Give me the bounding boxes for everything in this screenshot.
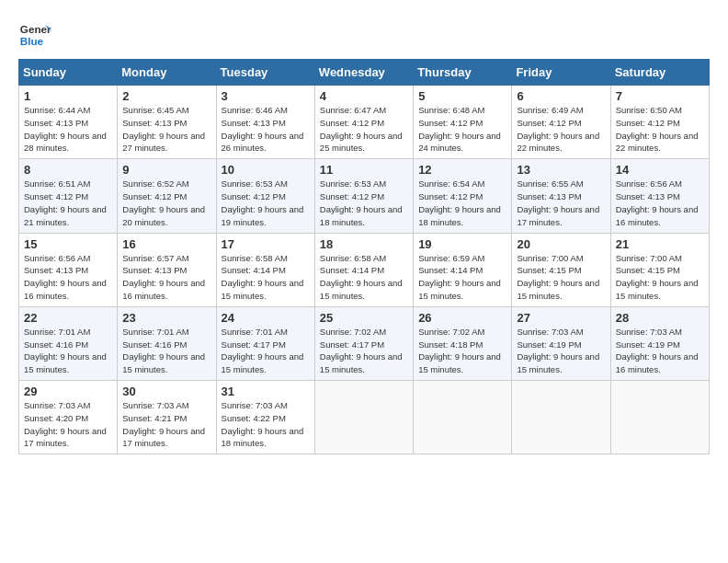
day-info: Sunrise: 6:50 AMSunset: 4:12 PMDaylight:… [616,105,699,153]
calendar-week-row: 8 Sunrise: 6:51 AMSunset: 4:12 PMDayligh… [19,159,710,233]
day-info: Sunrise: 7:00 AMSunset: 4:15 PMDaylight:… [616,253,699,301]
day-number: 19 [418,237,506,251]
calendar-cell: 25 Sunrise: 7:02 AMSunset: 4:17 PMDaylig… [314,306,413,380]
day-number: 16 [122,237,210,251]
day-info: Sunrise: 6:58 AMSunset: 4:14 PMDaylight:… [222,253,304,301]
calendar-cell: 22 Sunrise: 7:01 AMSunset: 4:16 PMDaylig… [19,306,118,380]
day-number: 24 [222,311,310,325]
calendar-cell: 14 Sunrise: 6:56 AMSunset: 4:13 PMDaylig… [610,159,709,233]
calendar-cell: 10 Sunrise: 6:53 AMSunset: 4:12 PMDaylig… [216,159,314,233]
day-info: Sunrise: 7:03 AMSunset: 4:20 PMDaylight:… [24,400,107,448]
calendar-week-row: 1 Sunrise: 6:44 AMSunset: 4:13 PMDayligh… [19,86,710,159]
calendar-header-row: SundayMondayTuesdayWednesdayThursdayFrid… [19,60,710,86]
calendar-cell: 2 Sunrise: 6:45 AMSunset: 4:13 PMDayligh… [118,86,216,159]
calendar-week-row: 29 Sunrise: 7:03 AMSunset: 4:20 PMDaylig… [19,381,710,454]
day-number: 6 [517,89,605,103]
day-number: 23 [122,311,210,325]
day-number: 29 [24,385,112,398]
calendar-cell: 19 Sunrise: 6:59 AMSunset: 4:14 PMDaylig… [414,233,512,306]
column-header-thursday: Thursday [414,60,512,86]
calendar-cell: 27 Sunrise: 7:03 AMSunset: 4:19 PMDaylig… [512,306,610,380]
day-number: 9 [122,163,210,177]
calendar-cell: 8 Sunrise: 6:51 AMSunset: 4:12 PMDayligh… [19,159,118,233]
column-header-friday: Friday [512,60,610,86]
day-number: 26 [418,311,506,325]
day-number: 30 [122,385,210,398]
day-number: 11 [320,163,408,177]
day-number: 15 [24,237,112,251]
calendar-cell: 7 Sunrise: 6:50 AMSunset: 4:12 PMDayligh… [610,86,709,159]
calendar-cell: 23 Sunrise: 7:01 AMSunset: 4:16 PMDaylig… [118,306,216,380]
day-info: Sunrise: 6:45 AMSunset: 4:13 PMDaylight:… [122,105,205,153]
day-number: 18 [320,237,408,251]
calendar-week-row: 22 Sunrise: 7:01 AMSunset: 4:16 PMDaylig… [19,306,710,380]
day-info: Sunrise: 6:52 AMSunset: 4:12 PMDaylight:… [122,178,205,226]
svg-text:Blue: Blue [20,35,44,47]
calendar-cell: 16 Sunrise: 6:57 AMSunset: 4:13 PMDaylig… [118,233,216,306]
day-number: 20 [517,237,605,251]
day-info: Sunrise: 6:44 AMSunset: 4:13 PMDaylight:… [24,105,107,153]
calendar-cell: 29 Sunrise: 7:03 AMSunset: 4:20 PMDaylig… [19,381,118,454]
day-info: Sunrise: 7:01 AMSunset: 4:16 PMDaylight:… [24,327,107,374]
day-info: Sunrise: 7:00 AMSunset: 4:15 PMDaylight:… [517,253,599,301]
day-number: 25 [320,311,408,325]
day-info: Sunrise: 6:55 AMSunset: 4:13 PMDaylight:… [517,178,599,226]
calendar-cell: 12 Sunrise: 6:54 AMSunset: 4:12 PMDaylig… [414,159,512,233]
calendar-cell: 18 Sunrise: 6:58 AMSunset: 4:14 PMDaylig… [314,233,413,306]
logo-icon: General Blue [18,18,51,52]
day-info: Sunrise: 6:56 AMSunset: 4:13 PMDaylight:… [24,253,107,301]
calendar-cell: 30 Sunrise: 7:03 AMSunset: 4:21 PMDaylig… [118,381,216,454]
calendar-cell: 11 Sunrise: 6:53 AMSunset: 4:12 PMDaylig… [314,159,413,233]
day-info: Sunrise: 7:03 AMSunset: 4:19 PMDaylight:… [517,327,599,374]
day-info: Sunrise: 7:02 AMSunset: 4:17 PMDaylight:… [320,327,403,374]
day-info: Sunrise: 7:03 AMSunset: 4:22 PMDaylight:… [222,400,304,448]
day-info: Sunrise: 6:57 AMSunset: 4:13 PMDaylight:… [122,253,205,301]
column-header-tuesday: Tuesday [216,60,314,86]
day-number: 21 [616,237,704,251]
column-header-sunday: Sunday [19,60,118,86]
column-header-saturday: Saturday [610,60,709,86]
day-number: 31 [222,385,310,398]
day-info: Sunrise: 6:49 AMSunset: 4:12 PMDaylight:… [517,105,599,153]
day-info: Sunrise: 7:01 AMSunset: 4:17 PMDaylight:… [222,327,304,374]
day-info: Sunrise: 6:59 AMSunset: 4:14 PMDaylight:… [418,253,501,301]
day-number: 22 [24,311,112,325]
day-number: 5 [418,89,506,103]
day-info: Sunrise: 7:02 AMSunset: 4:18 PMDaylight:… [418,327,501,374]
calendar-cell [610,381,709,454]
day-number: 1 [24,89,112,103]
column-header-monday: Monday [118,60,216,86]
calendar-cell [414,381,512,454]
calendar-table: SundayMondayTuesdayWednesdayThursdayFrid… [18,59,710,454]
calendar-cell: 20 Sunrise: 7:00 AMSunset: 4:15 PMDaylig… [512,233,610,306]
day-info: Sunrise: 6:54 AMSunset: 4:12 PMDaylight:… [418,178,501,226]
calendar-cell: 13 Sunrise: 6:55 AMSunset: 4:13 PMDaylig… [512,159,610,233]
day-info: Sunrise: 6:58 AMSunset: 4:14 PMDaylight:… [320,253,403,301]
day-number: 27 [517,311,605,325]
calendar-cell: 3 Sunrise: 6:46 AMSunset: 4:13 PMDayligh… [216,86,314,159]
day-info: Sunrise: 6:48 AMSunset: 4:12 PMDaylight:… [418,105,501,153]
day-number: 17 [222,237,310,251]
calendar-cell: 21 Sunrise: 7:00 AMSunset: 4:15 PMDaylig… [610,233,709,306]
day-info: Sunrise: 6:53 AMSunset: 4:12 PMDaylight:… [222,178,304,226]
calendar-cell: 5 Sunrise: 6:48 AMSunset: 4:12 PMDayligh… [414,86,512,159]
calendar-cell: 17 Sunrise: 6:58 AMSunset: 4:14 PMDaylig… [216,233,314,306]
calendar-cell: 9 Sunrise: 6:52 AMSunset: 4:12 PMDayligh… [118,159,216,233]
calendar-cell: 24 Sunrise: 7:01 AMSunset: 4:17 PMDaylig… [216,306,314,380]
calendar-cell [314,381,413,454]
day-number: 4 [320,89,408,103]
calendar-cell: 15 Sunrise: 6:56 AMSunset: 4:13 PMDaylig… [19,233,118,306]
calendar-week-row: 15 Sunrise: 6:56 AMSunset: 4:13 PMDaylig… [19,233,710,306]
day-info: Sunrise: 7:03 AMSunset: 4:19 PMDaylight:… [616,327,699,374]
logo: General Blue [18,18,51,52]
calendar-cell: 31 Sunrise: 7:03 AMSunset: 4:22 PMDaylig… [216,381,314,454]
calendar-cell: 28 Sunrise: 7:03 AMSunset: 4:19 PMDaylig… [610,306,709,380]
day-number: 2 [122,89,210,103]
day-info: Sunrise: 7:03 AMSunset: 4:21 PMDaylight:… [122,400,205,448]
column-header-wednesday: Wednesday [314,60,413,86]
day-number: 3 [222,89,310,103]
day-number: 28 [616,311,704,325]
day-number: 12 [418,163,506,177]
calendar-cell: 4 Sunrise: 6:47 AMSunset: 4:12 PMDayligh… [314,86,413,159]
day-info: Sunrise: 6:46 AMSunset: 4:13 PMDaylight:… [222,105,304,153]
